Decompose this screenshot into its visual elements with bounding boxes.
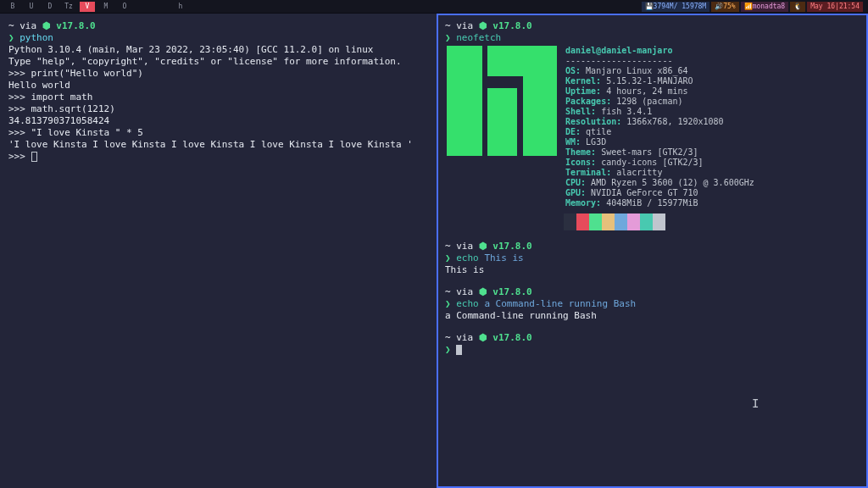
workspace-area: ~ via ⬢ v17.8.0 ❯ python Python 3.10.4 (… [0,14,868,488]
memory-widget[interactable]: 💾 3794M/ 15978M [642,2,710,12]
nf-row: Uptime: 4 hours, 24 mins [565,86,754,97]
volume-widget[interactable]: 🔊 75% [711,2,738,12]
nf-row: Resolution: 1366x768, 1920x1080 [565,117,754,127]
nf-row: Terminal: alacritty [565,168,754,178]
color-swatch [615,214,627,230]
python-banner-2: Type "help", "copyright", "credits" or "… [8,56,428,68]
prompt-path: ~ via [445,20,479,31]
cursor-outline-icon [31,152,37,162]
workspace-3[interactable]: D [42,2,58,12]
manjaro-logo-icon [447,46,557,156]
color-swatch [602,214,615,230]
repl-line: >>> import math [8,92,428,103]
color-swatch [564,214,576,230]
workspace-2[interactable]: U [24,2,39,12]
workspace-5-active[interactable]: V [80,2,95,12]
prompt-arrow-icon: ❯ [445,252,456,263]
net-widget[interactable]: 📶 monadta8 [741,2,789,12]
workspace-4[interactable]: Tz [61,2,76,12]
nf-row: GPU: NVIDIA GeForce GT 710 [565,188,754,198]
workspace-7[interactable]: O [117,2,132,12]
workspace-1[interactable]: B [5,2,20,12]
neofetch-info: daniel@daniel-manjaro ------------------… [565,46,754,208]
nf-row: Shell: fish 3.4.1 [565,107,754,117]
nf-row: Theme: Sweet-mars [GTK2/3] [565,147,754,158]
repl-line: >>> math.sqrt(1212) [8,103,428,115]
nf-row: Icons: candy-icons [GTK2/3] [565,158,754,168]
date-widget[interactable]: May 16 | 21:54 [807,2,863,12]
workspace-8[interactable] [136,2,151,12]
output-line: a Command-line running Bash [445,310,860,322]
terminal-left[interactable]: ~ via ⬢ v17.8.0 ❯ python Python 3.10.4 (… [0,14,437,488]
workspace-switcher[interactable]: B U D Tz V M O h [5,2,188,12]
command-neofetch: neofetch [456,32,501,43]
node-badge: ⬢ v17.8.0 [479,20,532,31]
time-text: 21:54 [839,3,860,10]
repl-line: Hello world [8,80,428,92]
date-text: May 16 [810,3,835,10]
repl-prompt[interactable]: >>> [8,151,428,163]
repl-line: 34.813790371058424 [8,115,428,127]
cursor-icon [456,345,462,355]
net-text: monadta8 [753,3,786,10]
python-banner-1: Python 3.10.4 (main, Mar 23 2022, 23:05:… [8,44,428,56]
nf-row: Packages: 1298 (pacman) [565,97,754,107]
workspace-9[interactable] [154,2,170,12]
command-echo: echo [456,298,484,309]
command-python: python [19,32,53,43]
repl-line: >>> print("Hello world") [8,68,428,80]
prompt-arrow-icon: ❯ [8,32,19,43]
prompt-arrow-icon: ❯ [445,344,456,355]
color-swatch [653,214,665,230]
node-badge: ⬢ v17.8.0 [42,20,96,31]
volume-text: 75% [723,3,735,10]
color-swatches [564,214,860,230]
nf-row: Kernel: 5.15.32-1-MANJARO [565,76,754,86]
nf-row: Memory: 4048MiB / 15977MiB [565,198,754,208]
active-prompt[interactable]: ❯ [445,344,860,356]
terminal-right[interactable]: ~ via ⬢ v17.8.0 ❯ neofetch daniel@daniel… [437,14,868,488]
nf-title: daniel@daniel-manjaro [565,46,672,55]
memory-text: 3794M/ 15978M [654,3,707,10]
workspace-6[interactable]: M [98,2,114,12]
nf-row: WM: LG3D [565,137,754,147]
output-line: This is [445,264,860,276]
nf-row: OS: Manjaro Linux x86_64 [565,66,754,76]
prompt-path: ~ via [8,20,42,31]
top-bar: B U D Tz V M O h 💾 3794M/ 15978M 🔊 75% 📶… [0,0,868,14]
nf-rule: --------------------- [565,56,754,66]
nf-row: DE: qtile [565,127,754,137]
workspace-10[interactable]: h [173,2,188,12]
tux-icon: 🐧 [790,2,805,12]
statusbar: 💾 3794M/ 15978M 🔊 75% 📶 monadta8 🐧 May 1… [642,2,863,12]
ibeam-cursor-icon: 𝙸 [752,396,759,410]
nf-row: CPU: AMD Ryzen 5 3600 (12) @ 3.600GHz [565,178,754,188]
prompt-arrow-icon: ❯ [445,298,456,309]
color-swatch [576,214,589,230]
color-swatch [627,214,640,230]
command-echo: echo [456,252,484,263]
repl-line: >>> "I love Kinsta " * 5 [8,127,428,139]
color-swatch [640,214,653,230]
repl-line: 'I love Kinsta I love Kinsta I love Kins… [8,139,428,151]
neofetch-block: daniel@daniel-manjaro ------------------… [445,46,860,208]
prompt-arrow-icon: ❯ [445,32,456,43]
color-swatch [589,214,602,230]
